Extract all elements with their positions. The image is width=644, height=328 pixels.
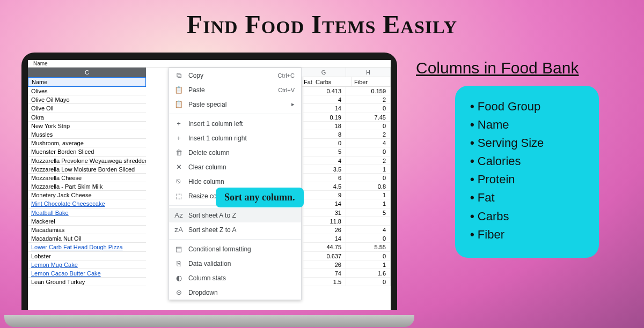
col-label-fat: Fat — [302, 77, 313, 86]
food-cell[interactable]: Olive Oil — [28, 104, 146, 113]
food-cell[interactable]: Muenster Borden Sliced — [28, 147, 146, 156]
menu-item[interactable]: ⎘Data validation — [169, 256, 301, 271]
numeric-cell: 5 — [302, 147, 346, 155]
numeric-cell: 74 — [302, 269, 346, 277]
menu-item[interactable]: ◐Column stats — [169, 271, 301, 285]
food-cell[interactable]: Mozzarella Provolone Weyauwega shredded — [28, 156, 146, 165]
food-cell[interactable]: Macadamias — [28, 226, 146, 234]
col-label-carbs: Carbs — [313, 77, 352, 86]
numeric-cell: 11.8 — [302, 217, 346, 225]
menu-item[interactable]: ▤Conditional formatting — [169, 242, 301, 256]
menu-label: Dropdown — [188, 289, 295, 296]
laptop-bezel: Name C Name OlivesOlive Oil MayoOlive Oi… — [21, 53, 397, 310]
food-cell[interactable]: New York Strip — [28, 122, 146, 130]
numeric-cell: 14 — [302, 104, 346, 112]
menu-label: Sort sheet A to Z — [188, 212, 295, 219]
numeric-cell: 44.75 — [302, 243, 346, 251]
col-label-fiber: Fiber — [352, 77, 391, 86]
numeric-row[interactable]: 04 — [302, 139, 391, 147]
numeric-row[interactable]: 264 — [302, 226, 391, 234]
food-cell[interactable]: Olives — [28, 87, 146, 95]
menu-label: Data validation — [188, 260, 295, 267]
food-cell[interactable]: Lobster — [28, 252, 146, 260]
numeric-cell: 3.5 — [302, 165, 346, 173]
food-cell[interactable]: Okra — [28, 113, 146, 122]
menu-item[interactable]: 🗑Delete column — [169, 145, 301, 160]
menu-label: Sort sheet Z to A — [188, 226, 295, 234]
numeric-row[interactable]: 141 — [302, 199, 391, 208]
menu-label: Paste — [188, 86, 273, 94]
numeric-row[interactable]: 42 — [302, 156, 391, 165]
food-cell[interactable]: Mozzarella Low Moisture Borden Sliced — [28, 165, 146, 174]
numeric-row[interactable]: 140 — [302, 104, 391, 113]
food-cell[interactable]: Meatball Bake — [28, 208, 146, 217]
column-item: Calories — [470, 152, 586, 170]
menu-icon: ⬚ — [174, 192, 183, 200]
column-item: Food Group — [470, 98, 586, 116]
numeric-row[interactable]: 91 — [302, 191, 391, 199]
numeric-row[interactable]: 42 — [302, 95, 391, 104]
menu-shortcut: Ctrl+V — [278, 87, 295, 93]
food-cell[interactable]: Mozzarella - Part Skim Milk — [28, 182, 146, 191]
food-cell[interactable]: Lean Ground Turkey — [28, 278, 146, 286]
numeric-row[interactable]: 261 — [302, 260, 391, 269]
numeric-cell: 26 — [302, 260, 346, 269]
menu-label: Insert 1 column left — [188, 120, 295, 128]
numeric-row[interactable]: 3.51 — [302, 165, 391, 174]
food-cell[interactable]: Monetery Jack Cheese — [28, 191, 146, 199]
numeric-row[interactable]: 140 — [302, 234, 391, 243]
numeric-row[interactable]: 4.50.8 — [302, 182, 391, 191]
numeric-row[interactable]: 0.6370 — [302, 252, 391, 260]
numeric-row[interactable]: 180 — [302, 122, 391, 130]
menu-item[interactable]: 📋PasteCtrl+V — [169, 83, 301, 97]
numeric-row[interactable]: 50 — [302, 147, 391, 156]
column-name-header[interactable]: Name — [28, 77, 146, 87]
menu-icon: + — [174, 134, 183, 142]
col-letter[interactable]: G — [302, 68, 346, 77]
menu-item[interactable]: ⧉CopyCtrl+C — [169, 68, 301, 83]
numeric-cell: 8 — [302, 130, 346, 138]
column-header-selected[interactable]: C — [28, 68, 146, 77]
food-cell[interactable]: Mozzarella Cheese — [28, 174, 146, 182]
menu-item[interactable]: ✕Clear column — [169, 160, 301, 174]
food-cell[interactable]: Lemon Mug Cake — [28, 260, 146, 269]
menu-item[interactable]: +Insert 1 column right — [169, 131, 301, 145]
numeric-row[interactable]: 11.8 — [302, 217, 391, 226]
sheet-header-fragment: Name — [28, 60, 391, 68]
numeric-row[interactable]: 60 — [302, 174, 391, 182]
menu-item[interactable]: 📋Paste special▸ — [169, 97, 301, 111]
menu-item[interactable]: ⦰Hide column — [169, 174, 301, 189]
food-cell[interactable]: Mackerel — [28, 217, 146, 226]
menu-label: Paste special — [188, 101, 286, 108]
food-cell[interactable]: Lower Carb Fat Head Dough Pizza — [28, 243, 146, 251]
columns-section-title: Columns in Food Bank — [416, 59, 579, 77]
col-letter[interactable]: H — [346, 68, 391, 77]
numeric-col-labels: FatCarbsFiber — [302, 77, 391, 87]
numeric-row[interactable]: 315 — [302, 208, 391, 217]
food-cell[interactable]: Macadamia Nut Oil — [28, 234, 146, 243]
numeric-row[interactable]: 0.197.45 — [302, 113, 391, 122]
numeric-row[interactable]: 82 — [302, 130, 391, 139]
numeric-cell: 0.159 — [346, 87, 391, 95]
menu-icon: + — [174, 120, 183, 128]
numeric-row[interactable]: 44.755.55 — [302, 243, 391, 251]
menu-icon: ⦰ — [174, 177, 183, 186]
numeric-row[interactable]: 1.50 — [302, 278, 391, 286]
menu-icon: ◐ — [174, 274, 183, 282]
food-cell[interactable]: Olive Oil Mayo — [28, 95, 146, 104]
numeric-row[interactable]: 0.4130.159 — [302, 87, 391, 95]
numeric-cell: 0.8 — [346, 182, 391, 190]
food-cell[interactable]: Mint Chocolate Cheesecake — [28, 199, 146, 208]
food-cell[interactable]: Lemon Cacao Butter Cake — [28, 269, 146, 278]
numeric-cell: 6 — [302, 174, 346, 182]
column-item: Name — [470, 116, 586, 134]
menu-item[interactable]: ᴢASort sheet Z to A — [169, 222, 301, 237]
numeric-cell: 31 — [302, 208, 346, 217]
menu-item[interactable]: +Insert 1 column left — [169, 116, 301, 131]
food-cell[interactable]: Mushroom, average — [28, 139, 146, 147]
food-cell[interactable]: Mussles — [28, 130, 146, 139]
numeric-row[interactable]: 741.6 — [302, 269, 391, 278]
menu-item[interactable]: ⊝Dropdown — [169, 285, 301, 300]
menu-item[interactable]: AᴢSort sheet A to Z — [169, 208, 301, 222]
menu-icon: 📋 — [174, 86, 183, 94]
